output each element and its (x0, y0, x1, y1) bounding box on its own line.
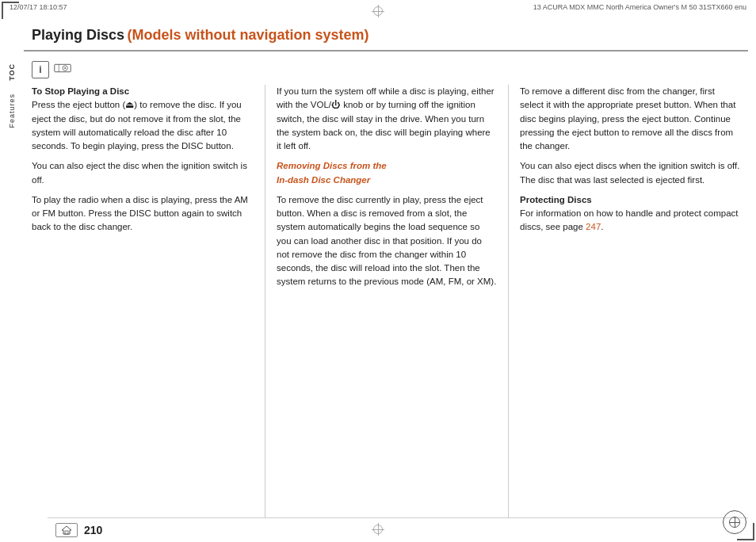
column-1: To Stop Playing a Disc Press the eject b… (32, 85, 265, 517)
page-title-highlight: (Models without navigation system) (127, 27, 368, 43)
col1-body-3: To play the radio when a disc is playing… (32, 193, 252, 235)
info-icon: i (32, 61, 49, 78)
crosshair-top (372, 5, 384, 17)
svg-marker-4 (62, 526, 71, 534)
sidebar-features-label[interactable]: Features (8, 94, 16, 128)
col3-title-protecting: Protecting Discs (520, 195, 592, 204)
sidebar: TOC Features (0, 0, 24, 542)
main-content: Playing Discs (Models without navigation… (24, 14, 748, 542)
compass-decoration (723, 510, 746, 534)
compass-inner (729, 517, 740, 528)
page-title-area: Playing Discs (Models without navigation… (24, 14, 748, 52)
svg-rect-5 (65, 531, 68, 534)
col3-body-2: You can also eject discs when the igniti… (520, 159, 740, 187)
col3-body-3: For information on how to handle and pro… (520, 208, 739, 231)
crosshair-bottom (372, 523, 384, 536)
svg-point-3 (64, 67, 66, 69)
col2-title-link: Removing Discs from theIn-dash Disc Chan… (277, 161, 387, 184)
column-2: If you turn the system off while a disc … (265, 85, 509, 517)
col2-body-1: If you turn the system off while a disc … (277, 85, 497, 153)
col3-page-ref[interactable]: 247 (586, 222, 601, 231)
column-3: To remove a different disc from the chan… (509, 85, 740, 517)
page-number: 210 (84, 524, 102, 536)
home-icon[interactable] (55, 523, 78, 537)
bottom-bar: 210 (48, 517, 748, 542)
page-wrapper: 12/07/17 18:10:57 13 ACURA MDX MMC North… (0, 0, 756, 542)
content-columns: To Stop Playing a Disc Press the eject b… (24, 85, 748, 517)
sidebar-toc-label[interactable]: TOC (8, 63, 16, 81)
col2-body-2: To remove the disc currently in play, pr… (277, 193, 497, 289)
col3-body-1: To remove a different disc from the chan… (520, 85, 740, 153)
disc-icon (54, 61, 71, 75)
col1-body-2: You can also eject the disc when the ign… (32, 159, 252, 187)
meta-docid: 13 ACURA MDX MMC North America Owner's M… (533, 3, 746, 11)
col3-period: . (601, 222, 603, 231)
page-title-plain: Playing Discs (32, 27, 124, 43)
info-icons-row: i (24, 61, 748, 78)
col1-title-1: To Stop Playing a Disc (32, 86, 129, 96)
col1-body-1: Press the eject button (⏏) to remove the… (32, 100, 242, 151)
